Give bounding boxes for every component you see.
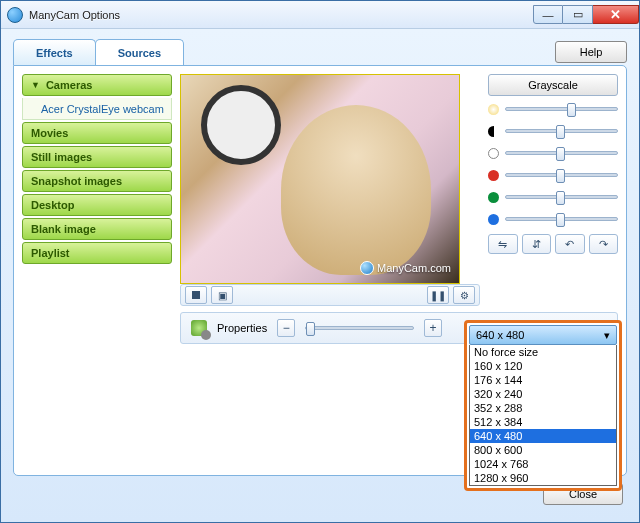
- section-blank-image[interactable]: Blank image: [22, 218, 172, 240]
- tab-effects[interactable]: Effects: [13, 39, 96, 65]
- section-label: Movies: [31, 127, 68, 139]
- bw-row: [488, 144, 618, 162]
- camera-item[interactable]: Acer CrystalEye webcam: [22, 98, 172, 120]
- brightness-icon: [488, 104, 499, 115]
- resolution-option[interactable]: 160 x 120: [470, 359, 616, 373]
- blue-row: [488, 210, 618, 228]
- maximize-button[interactable]: ▭: [563, 5, 593, 24]
- red-row: [488, 166, 618, 184]
- clock-graphic: [201, 85, 281, 165]
- playback-bar: ▣ ❚❚ ⚙: [180, 284, 480, 306]
- video-preview: ManyCam.com: [180, 74, 460, 284]
- zoom-out-button[interactable]: −: [277, 319, 295, 337]
- contrast-icon: [488, 126, 499, 137]
- preview-box: ManyCam.com ▣ ❚❚ ⚙: [180, 74, 480, 306]
- section-still-images[interactable]: Still images: [22, 146, 172, 168]
- section-label: Desktop: [31, 199, 74, 211]
- watermark: ManyCam.com: [360, 261, 451, 275]
- tabstrip: Effects Sources: [13, 39, 183, 65]
- resolution-option[interactable]: 352 x 288: [470, 401, 616, 415]
- resolution-option[interactable]: 1280 x 960: [470, 471, 616, 485]
- help-button[interactable]: Help: [555, 41, 627, 63]
- client-area: Effects Sources Help ▼Cameras Acer Cryst…: [1, 29, 639, 522]
- blue-icon: [488, 214, 499, 225]
- resolution-selected: 640 x 480: [476, 329, 524, 341]
- flip-horizontal-button[interactable]: ⇋: [488, 234, 518, 254]
- section-playlist[interactable]: Playlist: [22, 242, 172, 264]
- properties-label: Properties: [217, 322, 267, 334]
- resolution-option-selected[interactable]: 640 x 480: [470, 429, 616, 443]
- resolution-option[interactable]: 512 x 384: [470, 415, 616, 429]
- resolution-option[interactable]: 320 x 240: [470, 387, 616, 401]
- resolution-option[interactable]: No force size: [470, 345, 616, 359]
- bw-icon: [488, 148, 499, 159]
- section-label: Still images: [31, 151, 92, 163]
- zoom-slider[interactable]: [305, 326, 414, 330]
- brightness-row: [488, 100, 618, 118]
- contrast-slider[interactable]: [505, 129, 618, 133]
- section-snapshot-images[interactable]: Snapshot images: [22, 170, 172, 192]
- section-label: Cameras: [46, 79, 92, 91]
- window-root: ManyCam Options — ▭ ✕ Effects Sources He…: [0, 0, 640, 523]
- blue-slider[interactable]: [505, 217, 618, 221]
- contrast-row: [488, 122, 618, 140]
- window-title: ManyCam Options: [29, 9, 120, 21]
- resolution-select[interactable]: 640 x 480 ▾: [469, 325, 617, 345]
- app-icon: [7, 7, 23, 23]
- section-label: Blank image: [31, 223, 96, 235]
- top-row: Effects Sources Help: [13, 39, 627, 65]
- person-graphic: [281, 105, 431, 275]
- properties-icon: [191, 320, 207, 336]
- bw-slider[interactable]: [505, 151, 618, 155]
- resolution-option-list: No force size 160 x 120 176 x 144 320 x …: [469, 345, 617, 486]
- section-movies[interactable]: Movies: [22, 122, 172, 144]
- chevron-down-icon: ▾: [604, 329, 610, 342]
- undo-button[interactable]: ↶: [555, 234, 585, 254]
- sidebar: ▼Cameras Acer CrystalEye webcam Movies S…: [22, 74, 172, 467]
- main-panel: ▼Cameras Acer CrystalEye webcam Movies S…: [13, 65, 627, 476]
- brightness-slider[interactable]: [505, 107, 618, 111]
- green-row: [488, 188, 618, 206]
- resolution-option[interactable]: 176 x 144: [470, 373, 616, 387]
- watermark-icon: [360, 261, 374, 275]
- minimize-button[interactable]: —: [533, 5, 563, 24]
- resolution-option[interactable]: 1024 x 768: [470, 457, 616, 471]
- preview-row: ManyCam.com ▣ ❚❚ ⚙ Grayscale: [180, 74, 618, 306]
- tab-sources[interactable]: Sources: [95, 39, 184, 65]
- section-label: Playlist: [31, 247, 70, 259]
- resolution-option[interactable]: 800 x 600: [470, 443, 616, 457]
- grayscale-button[interactable]: Grayscale: [488, 74, 618, 96]
- close-window-button[interactable]: ✕: [593, 5, 639, 24]
- pip-button[interactable]: ▣: [211, 286, 233, 304]
- stop-button[interactable]: [185, 286, 207, 304]
- chevron-down-icon: ▼: [31, 80, 40, 90]
- watermark-text: ManyCam.com: [377, 262, 451, 274]
- section-label: Snapshot images: [31, 175, 122, 187]
- green-slider[interactable]: [505, 195, 618, 199]
- flip-vertical-button[interactable]: ⇵: [522, 234, 552, 254]
- titlebar: ManyCam Options — ▭ ✕: [1, 1, 639, 29]
- redo-button[interactable]: ↷: [589, 234, 619, 254]
- green-icon: [488, 192, 499, 203]
- red-icon: [488, 170, 499, 181]
- adjust-panel: Grayscale ⇋ ⇵ ↶ ↷: [488, 74, 618, 306]
- resolution-dropdown-highlight: 640 x 480 ▾ No force size 160 x 120 176 …: [464, 320, 622, 491]
- pause-button[interactable]: ❚❚: [427, 286, 449, 304]
- section-cameras[interactable]: ▼Cameras: [22, 74, 172, 96]
- zoom-in-button[interactable]: +: [424, 319, 442, 337]
- settings-gear-button[interactable]: ⚙: [453, 286, 475, 304]
- window-buttons: — ▭ ✕: [533, 5, 639, 24]
- flip-row: ⇋ ⇵ ↶ ↷: [488, 234, 618, 254]
- section-desktop[interactable]: Desktop: [22, 194, 172, 216]
- red-slider[interactable]: [505, 173, 618, 177]
